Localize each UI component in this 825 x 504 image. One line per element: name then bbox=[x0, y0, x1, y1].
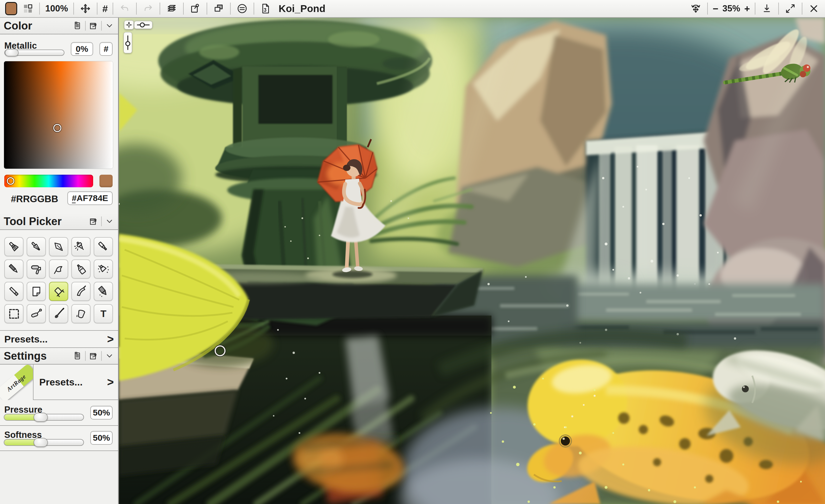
left-panel: Color Metallic 0% # bbox=[0, 18, 119, 504]
tool-paint-roller[interactable] bbox=[27, 259, 46, 279]
export-button[interactable] bbox=[758, 1, 775, 16]
svg-text:3: 3 bbox=[264, 7, 267, 13]
tool-text[interactable]: T bbox=[94, 304, 113, 323]
layers-button[interactable] bbox=[163, 1, 180, 16]
tool-glitter-tube[interactable] bbox=[94, 282, 113, 301]
redo-button[interactable] bbox=[140, 1, 156, 16]
zoom-in-button[interactable]: + bbox=[743, 3, 752, 14]
fullscreen-button[interactable] bbox=[782, 1, 799, 16]
softness-slider-thumb[interactable] bbox=[33, 438, 48, 447]
tool-oil-brush[interactable] bbox=[4, 237, 23, 256]
tool-ink-pen[interactable] bbox=[49, 237, 68, 256]
popout-panel-icon[interactable] bbox=[88, 217, 98, 226]
tool-preview: ArtRage bbox=[0, 364, 33, 400]
popout-panel-icon[interactable] bbox=[88, 351, 98, 361]
reference-pin-button[interactable] bbox=[187, 1, 204, 16]
redo-icon bbox=[142, 3, 154, 14]
canvas-scale-slider[interactable] bbox=[124, 32, 132, 53]
chevron-right-icon: > bbox=[107, 333, 114, 346]
hue-marker[interactable] bbox=[7, 177, 14, 185]
document-title: Koi_Pond bbox=[279, 3, 325, 14]
metallic-slider-thumb[interactable] bbox=[5, 49, 19, 57]
divider bbox=[230, 3, 231, 15]
hex-entry-button[interactable]: # bbox=[99, 42, 112, 56]
hex-format-label: #RRGGBB bbox=[11, 193, 58, 204]
divider bbox=[183, 3, 184, 15]
tool-palette-knife[interactable] bbox=[71, 282, 90, 301]
tool-gloop-pen[interactable] bbox=[49, 259, 68, 279]
tool-squirt-bottle[interactable] bbox=[71, 259, 90, 279]
canvas-zoom-readout[interactable]: 35% bbox=[720, 3, 743, 14]
undo-button[interactable] bbox=[116, 1, 133, 16]
softness-row: Softness 50% bbox=[0, 426, 118, 451]
metallic-slider[interactable] bbox=[4, 50, 65, 56]
divider bbox=[101, 21, 102, 31]
tool-selection[interactable] bbox=[4, 304, 23, 323]
tool-watercolor-brush[interactable] bbox=[27, 237, 46, 256]
settings-panel-header: Settings bbox=[0, 348, 118, 364]
canvas-rotation-slider[interactable] bbox=[134, 21, 152, 29]
hex-value-box[interactable]: #AF784E bbox=[67, 191, 112, 205]
reset-view-icon bbox=[690, 3, 701, 14]
pressure-row: Pressure 50% bbox=[0, 401, 118, 426]
pin-board-icon bbox=[190, 3, 201, 14]
canvas-views-button[interactable] bbox=[210, 1, 227, 16]
tool-sticker-spray[interactable] bbox=[94, 259, 113, 279]
tool-fill-bucket[interactable] bbox=[71, 304, 90, 323]
document-page-icon: 3 bbox=[260, 3, 271, 14]
color-picker-square[interactable] bbox=[4, 61, 113, 169]
document-page-button[interactable]: 3 bbox=[257, 1, 274, 16]
divider bbox=[160, 3, 160, 15]
divider bbox=[253, 3, 254, 15]
tool-chalk[interactable] bbox=[4, 282, 23, 301]
tool-transform-roller[interactable] bbox=[27, 304, 46, 323]
divider bbox=[755, 3, 755, 15]
divider bbox=[85, 351, 86, 361]
chevron-down-icon[interactable] bbox=[104, 21, 114, 31]
expand-icon bbox=[784, 3, 796, 14]
panel-menu-icon[interactable] bbox=[73, 21, 82, 31]
tool-eraser[interactable] bbox=[49, 282, 68, 301]
pressure-value-box[interactable]: 50% bbox=[90, 406, 112, 420]
metallic-value-box[interactable]: 0% bbox=[71, 42, 93, 56]
hue-bar[interactable] bbox=[4, 175, 93, 187]
tool-pencil[interactable] bbox=[4, 259, 23, 279]
undo-icon bbox=[119, 3, 130, 14]
close-button[interactable] bbox=[806, 1, 822, 16]
current-color-swatch[interactable] bbox=[3, 1, 19, 16]
tool-sticker[interactable] bbox=[27, 282, 46, 301]
divider bbox=[101, 351, 102, 361]
selected-color-swatch bbox=[99, 175, 112, 187]
chevron-right-icon: > bbox=[107, 376, 114, 389]
softness-slider[interactable] bbox=[4, 439, 84, 446]
tool-custom-brush[interactable] bbox=[94, 237, 113, 256]
settings-presets-row[interactable]: Presets... > bbox=[33, 364, 118, 400]
softness-value-box[interactable]: 50% bbox=[90, 431, 112, 445]
pressure-slider-thumb[interactable] bbox=[33, 413, 48, 422]
tool-zoom-readout[interactable]: 100% bbox=[43, 3, 70, 14]
divider bbox=[73, 3, 74, 15]
color-panel-title: Color bbox=[4, 20, 32, 32]
panel-menu-icon[interactable] bbox=[73, 351, 82, 361]
pan-canvas-button[interactable] bbox=[77, 1, 94, 16]
menu-button[interactable] bbox=[234, 1, 250, 16]
koi-pond-painting[interactable] bbox=[119, 18, 825, 504]
tool-eyedropper[interactable] bbox=[49, 304, 68, 323]
panels-toggle-button[interactable] bbox=[19, 1, 36, 16]
chevron-down-icon[interactable] bbox=[104, 351, 114, 361]
tool-presets-row[interactable]: Presets... > bbox=[0, 330, 118, 348]
canvas-position-button[interactable] bbox=[124, 20, 134, 29]
popout-panel-icon[interactable] bbox=[88, 21, 98, 31]
pressure-slider[interactable] bbox=[4, 414, 84, 421]
zoom-out-button[interactable]: − bbox=[711, 3, 720, 14]
divider bbox=[778, 3, 779, 15]
color-panel-header: Color bbox=[0, 18, 118, 34]
reset-view-button[interactable] bbox=[687, 1, 704, 16]
tool-airbrush[interactable] bbox=[71, 237, 90, 256]
top-toolbar: 100% # 3 Koi bbox=[0, 0, 825, 18]
color-picker-marker[interactable] bbox=[53, 124, 61, 132]
chevron-down-icon[interactable] bbox=[104, 217, 114, 226]
canvas-area[interactable] bbox=[119, 18, 825, 504]
eraser-brand-text: ArtRage bbox=[5, 373, 27, 393]
grid-toggle-button[interactable]: # bbox=[100, 3, 109, 14]
